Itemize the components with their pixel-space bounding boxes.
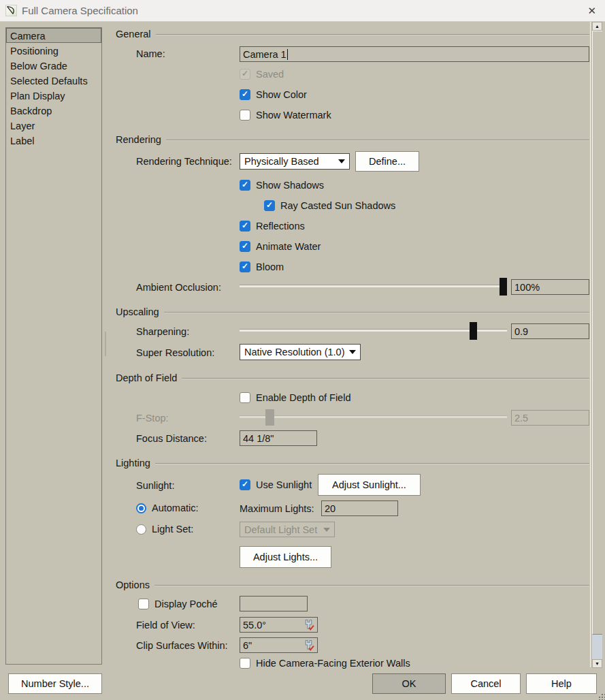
section-depth-of-field: Depth of Field (116, 372, 589, 383)
sidebar-item-camera[interactable]: Camera (6, 28, 101, 43)
sidebar-item-positioning[interactable]: Positioning (6, 43, 101, 58)
field-of-view-input[interactable]: 55.0° (240, 617, 318, 633)
ambient-occlusion-input[interactable]: 100% (511, 279, 589, 295)
hide-camera-facing-walls-checkbox[interactable]: Hide Camera-Facing Exterior Walls (240, 657, 410, 669)
show-watermark-checkbox[interactable]: Show Watermark (240, 109, 331, 121)
sunlight-label: Sunlight: (136, 480, 174, 491)
cancel-button[interactable]: Cancel (451, 673, 521, 694)
scrollbar-separator (590, 22, 591, 667)
define-button[interactable]: Define... (355, 151, 419, 172)
light-set-radio[interactable]: Light Set: (136, 523, 193, 535)
sidebar-item-below-grade[interactable]: Below Grade (6, 58, 101, 73)
checkbox-box[interactable] (240, 180, 250, 191)
slider-handle (265, 409, 274, 426)
use-sunlight-checkbox[interactable]: Use Sunlight (240, 479, 312, 491)
scroll-down-icon[interactable]: ▼ (592, 659, 602, 668)
slider-track (240, 416, 507, 418)
sharpening-slider[interactable] (240, 321, 507, 341)
text-cursor (287, 49, 288, 60)
full-camera-specification-dialog: Full Camera Specification ✕ Camera Posit… (0, 0, 605, 700)
window-title: Full Camera Specification (22, 5, 138, 16)
checkbox-box[interactable] (240, 392, 250, 403)
f-stop-slider (240, 407, 507, 428)
scrollbar-thumb[interactable] (592, 31, 602, 635)
scrollbar[interactable]: ▲ ▼ (592, 22, 602, 668)
adjust-lights-button[interactable]: Adjust Lights... (240, 546, 331, 568)
bloom-checkbox[interactable]: Bloom (240, 261, 284, 273)
sidebar-item-label[interactable]: Label (6, 133, 101, 148)
clip-surfaces-input[interactable]: 6" (240, 637, 318, 653)
slider-handle[interactable] (470, 322, 477, 340)
section-upscaling: Upscaling (116, 306, 589, 317)
ray-casted-sun-shadows-checkbox[interactable]: Ray Casted Sun Shadows (264, 200, 395, 212)
chevron-down-icon (338, 159, 345, 163)
checkbox-box[interactable] (240, 479, 250, 490)
sidebar-item-plan-display[interactable]: Plan Display (6, 88, 101, 103)
slider-handle[interactable] (500, 278, 507, 296)
reflections-checkbox[interactable]: Reflections (240, 220, 305, 232)
panel-splitter[interactable] (105, 332, 106, 356)
focus-distance-label: Focus Distance: (136, 433, 207, 444)
camera-view-icon (5, 5, 17, 16)
show-color-checkbox[interactable]: Show Color (240, 89, 307, 101)
animate-water-checkbox[interactable]: Animate Water (240, 240, 321, 253)
radio-button[interactable] (136, 503, 146, 513)
enable-depth-of-field-checkbox[interactable]: Enable Depth of Field (240, 392, 350, 404)
sharpening-label: Sharpening: (136, 326, 189, 337)
close-icon[interactable]: ✕ (585, 0, 599, 21)
focus-distance-input[interactable]: 44 1/8" (240, 430, 317, 446)
poche-color-swatch[interactable] (240, 596, 308, 611)
checkbox-box[interactable] (240, 261, 250, 272)
ok-button[interactable]: OK (372, 673, 446, 694)
f-stop-label: F-Stop: (136, 413, 169, 424)
scroll-up-icon[interactable]: ▲ (592, 22, 602, 31)
title-bar: Full Camera Specification ✕ (0, 0, 605, 22)
sidebar-item-layer[interactable]: Layer (6, 118, 101, 133)
section-lighting: Lighting (116, 458, 589, 468)
chevron-down-icon (323, 528, 330, 532)
checkbox-box[interactable] (240, 658, 250, 669)
rendering-technique-label: Rendering Technique: (136, 156, 232, 167)
super-resolution-dropdown[interactable]: Native Resolution (1.0) (240, 344, 361, 360)
super-resolution-label: Super Resolution: (136, 347, 214, 358)
sharpening-input[interactable]: 0.9 (511, 323, 589, 339)
wrench-check-icon[interactable] (303, 619, 314, 631)
wrench-check-icon[interactable] (303, 639, 314, 652)
resize-grip[interactable] (602, 697, 603, 698)
slider-track[interactable] (240, 285, 507, 287)
name-label: Name: (136, 48, 165, 59)
ambient-occlusion-label: Ambient Occlusion: (136, 282, 221, 293)
checkbox-box[interactable] (264, 200, 275, 211)
checkbox-box[interactable] (240, 110, 250, 121)
slider-track[interactable] (240, 330, 507, 332)
checkbox-box (240, 69, 250, 80)
section-rendering: Rendering (116, 134, 589, 145)
checkbox-box[interactable] (240, 89, 250, 100)
chevron-down-icon (349, 350, 356, 354)
sidebar-item-selected-defaults[interactable]: Selected Defaults (6, 73, 101, 88)
automatic-radio[interactable]: Automatic: (136, 502, 199, 514)
show-shadows-checkbox[interactable]: Show Shadows (240, 179, 324, 191)
ambient-occlusion-slider[interactable] (240, 276, 507, 297)
light-set-dropdown: Default Light Set (240, 522, 335, 537)
section-general: General (116, 29, 589, 39)
radio-button[interactable] (136, 524, 146, 535)
checkbox-box[interactable] (240, 221, 250, 232)
adjust-sunlight-button[interactable]: Adjust Sunlight... (318, 474, 421, 496)
saved-checkbox: Saved (240, 68, 284, 80)
number-style-button[interactable]: Number Style... (8, 673, 102, 694)
maximum-lights-input[interactable]: 20 (321, 500, 398, 516)
rendering-technique-dropdown[interactable]: Physically Based (240, 153, 350, 170)
checkbox-box[interactable] (138, 599, 149, 609)
checkbox-box[interactable] (240, 241, 250, 252)
section-options: Options (116, 579, 589, 590)
panel-list: Camera Positioning Below Grade Selected … (5, 27, 102, 665)
name-input[interactable]: Camera 1 (240, 46, 589, 62)
clip-surfaces-label: Clip Surfaces Within: (136, 640, 228, 651)
display-poche-checkbox[interactable]: Display Poché (138, 598, 218, 610)
sidebar-item-backdrop[interactable]: Backdrop (6, 103, 101, 118)
help-button[interactable]: Help (526, 673, 597, 694)
maximum-lights-label: Maximum Lights: (240, 503, 314, 514)
field-of-view-label: Field of View: (136, 620, 195, 631)
f-stop-input: 2.5 (511, 410, 589, 426)
